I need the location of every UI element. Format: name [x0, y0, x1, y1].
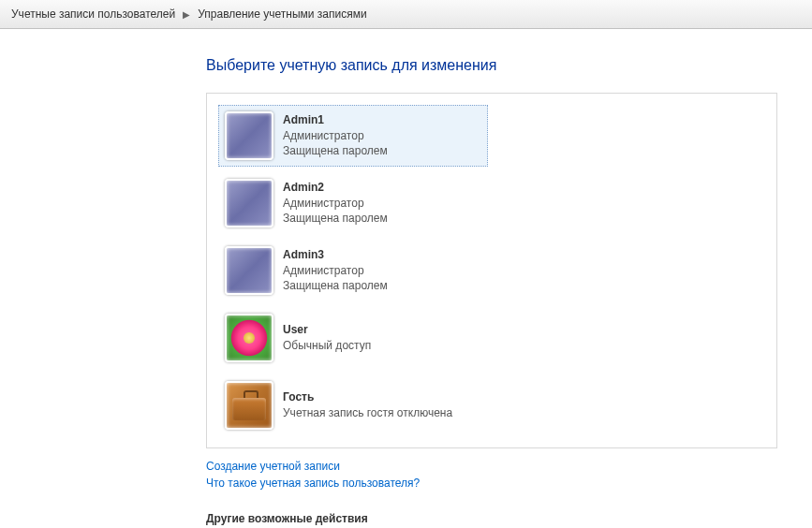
account-info: User Обычный доступ — [283, 322, 371, 354]
account-status: Защищена паролем — [283, 211, 388, 227]
account-tile-guest[interactable]: Гость Учетная запись гостя отключена — [218, 374, 488, 436]
account-name: Admin2 — [283, 180, 388, 196]
help-links: Создание учетной записи Что такое учетна… — [206, 460, 656, 490]
account-tile-user[interactable]: User Обычный доступ — [218, 307, 488, 369]
breadcrumb: Учетные записи пользователей ▶ Управлени… — [0, 0, 812, 29]
avatar — [225, 111, 273, 160]
main-content: Выберите учетную запись для изменения Ad… — [0, 29, 656, 528]
breadcrumb-level-2[interactable]: Управление учетными записями — [198, 7, 366, 21]
account-name: Гость — [283, 389, 452, 405]
avatar — [225, 246, 273, 295]
account-info: Гость Учетная запись гостя отключена — [283, 389, 452, 421]
account-info: Admin3 Администратор Защищена паролем — [283, 247, 388, 294]
other-actions: Другие возможные действия Установить род… — [206, 512, 656, 528]
account-info: Admin1 Администратор Защищена паролем — [283, 112, 388, 159]
avatar — [225, 179, 273, 227]
page-title: Выберите учетную запись для изменения — [206, 57, 656, 74]
account-name: Admin1 — [283, 112, 388, 128]
account-info: Admin2 Администратор Защищена паролем — [283, 180, 388, 227]
account-status: Защищена паролем — [283, 278, 388, 294]
account-name: User — [283, 322, 371, 338]
what-is-account-link[interactable]: Что такое учетная запись пользователя? — [206, 477, 656, 490]
other-actions-heading: Другие возможные действия — [206, 512, 656, 525]
avatar — [225, 314, 273, 362]
account-role: Администратор — [283, 196, 388, 212]
account-role: Администратор — [283, 128, 388, 144]
account-role: Учетная запись гостя отключена — [283, 405, 452, 421]
avatar — [225, 381, 273, 430]
account-status: Защищена паролем — [283, 143, 388, 159]
account-tile-admin1[interactable]: Admin1 Администратор Защищена паролем — [218, 105, 488, 167]
account-name: Admin3 — [283, 247, 388, 263]
account-tile-admin2[interactable]: Admin2 Администратор Защищена паролем — [218, 172, 488, 234]
breadcrumb-level-1[interactable]: Учетные записи пользователей — [11, 7, 175, 21]
account-role: Обычный доступ — [283, 338, 371, 354]
create-account-link[interactable]: Создание учетной записи — [206, 460, 656, 473]
account-tile-admin3[interactable]: Admin3 Администратор Защищена паролем — [218, 240, 488, 301]
accounts-list: Admin1 Администратор Защищена паролем Ad… — [206, 93, 777, 448]
account-role: Администратор — [283, 263, 388, 279]
chevron-right-icon: ▶ — [183, 9, 190, 20]
